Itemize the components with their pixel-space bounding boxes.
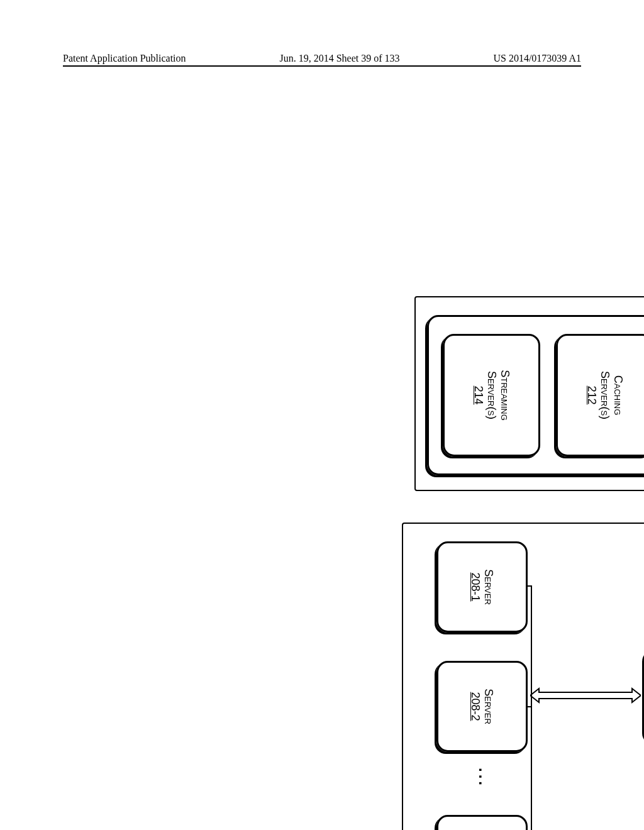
server-208-2-box: Server 208-2 [436, 661, 528, 752]
ellipsis-icon: ... [475, 768, 493, 788]
header-rule [63, 65, 581, 67]
header-right: US 2014/0173039 A1 [493, 53, 581, 64]
streaming-servers-box: Streaming Server(s) 214 [443, 334, 540, 456]
bidir-arrow-icon [530, 687, 641, 704]
svg-marker-2 [530, 689, 641, 702]
page-header: Patent Application Publication Jun. 19, … [63, 53, 581, 64]
server-208-k-box: Server 208-k [436, 815, 528, 830]
caching-servers-box: Caching Server(s) 212 [556, 334, 644, 456]
connector-line [531, 585, 532, 830]
header-left: Patent Application Publication [63, 53, 186, 64]
header-center: Jun. 19, 2014 Sheet 39 of 133 [279, 53, 399, 64]
server-208-1-box: Server 208-1 [436, 541, 528, 633]
server-208-k-num: 208-k [469, 817, 482, 830]
rotated-content: Fig. 5C Cache Cluster 204 Routing Mechan… [191, 268, 644, 758]
